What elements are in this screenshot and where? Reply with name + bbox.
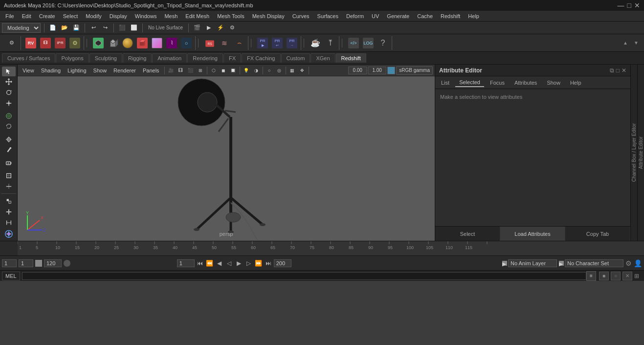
- multicut-tool[interactable]: [2, 182, 16, 191]
- scale-tool[interactable]: [2, 98, 16, 108]
- char-set-options-icon[interactable]: ⚙: [625, 259, 632, 267]
- coord-y-field[interactable]: 1.00: [368, 67, 386, 74]
- tab-fx-caching[interactable]: FX Caching: [242, 53, 280, 63]
- maximize-button[interactable]: □: [627, 1, 631, 9]
- tab-rigging[interactable]: Rigging: [123, 53, 152, 63]
- shelf-poly-btn[interactable]: [91, 36, 105, 50]
- char-set-field[interactable]: No Character Set: [565, 259, 623, 267]
- menu-redshift[interactable]: Redshift: [437, 12, 464, 20]
- render-view-icon[interactable]: ▶: [204, 23, 214, 33]
- script-icon2[interactable]: ○: [611, 272, 621, 280]
- snap-tool[interactable]: [2, 135, 16, 144]
- anim-layer-arrow[interactable]: ▶: [502, 261, 507, 266]
- tab-polygons[interactable]: Polygons: [56, 53, 89, 63]
- shelf-cup-btn[interactable]: ☕: [309, 36, 322, 50]
- shelf-redcube-btn[interactable]: [135, 36, 149, 50]
- copy-tab-button[interactable]: Copy Tab: [565, 227, 630, 241]
- attr-tab-list[interactable]: List: [437, 79, 453, 87]
- vp-film-icon[interactable]: 🎞: [177, 66, 185, 75]
- menu-surfaces[interactable]: Surfaces: [314, 12, 342, 20]
- vp-shadow-icon[interactable]: ◑: [252, 66, 261, 75]
- frame-slider[interactable]: [35, 260, 42, 267]
- shelf-mat3-btn[interactable]: ⌢: [232, 36, 246, 50]
- shelf-help-btn[interactable]: ?: [376, 36, 390, 50]
- menu-curves[interactable]: Curves: [289, 12, 313, 20]
- vp-pan-icon[interactable]: ✥: [298, 66, 307, 75]
- script-icon3[interactable]: ✕: [622, 272, 632, 280]
- vp-grid-icon[interactable]: ⊞: [196, 66, 205, 75]
- play-fwd-btn[interactable]: ▶: [235, 259, 244, 268]
- menu-deform[interactable]: Deform: [343, 12, 367, 20]
- vp-select-icon[interactable]: ⬛: [186, 66, 195, 75]
- close-button[interactable]: ✕: [634, 1, 640, 9]
- current-frame-field[interactable]: 1: [19, 259, 33, 267]
- dimension-tool[interactable]: [2, 218, 16, 228]
- menu-edit[interactable]: Edit: [19, 12, 35, 20]
- open-scene-icon[interactable]: 📂: [60, 23, 69, 33]
- select-by-hierarchy-icon[interactable]: ⬛: [117, 23, 127, 33]
- shelf-bump-btn[interactable]: ⌇: [165, 36, 178, 50]
- attr-tab-help[interactable]: Help: [566, 79, 585, 87]
- select-button[interactable]: Select: [435, 227, 500, 241]
- render-settings-icon[interactable]: 🎬: [192, 23, 202, 33]
- vp-menu-show[interactable]: Show: [90, 67, 110, 74]
- plus-minus-tool[interactable]: [2, 207, 16, 217]
- minimize-button[interactable]: —: [618, 1, 624, 9]
- menu-mesh[interactable]: Mesh: [161, 12, 181, 20]
- shelf-blend-btn[interactable]: [150, 36, 164, 50]
- vp-menu-lighting[interactable]: Lighting: [65, 67, 89, 74]
- timeline-ruler[interactable]: 1 5 10 15 20 25 30 35 40 45 50: [18, 241, 644, 255]
- shelf-pr2-btn[interactable]: PR↩: [270, 36, 284, 50]
- shelf-gear-btn[interactable]: ⚙: [68, 36, 82, 50]
- shelf-arrow-btn[interactable]: ⤒: [323, 36, 337, 50]
- channel-box-sidebar[interactable]: Channel Box / Layer Editor: [630, 65, 637, 241]
- menu-help[interactable]: Help: [465, 12, 483, 20]
- attr-tab-focus[interactable]: Focus: [486, 79, 509, 87]
- load-attributes-button[interactable]: Load Attributes: [500, 227, 565, 241]
- menu-file[interactable]: File: [2, 12, 18, 20]
- shelf-ipr-btn[interactable]: IPR: [53, 36, 67, 50]
- shelf-mat2-btn[interactable]: ≋: [218, 36, 231, 50]
- shelf-env-btn[interactable]: ○: [179, 36, 193, 50]
- redo-icon[interactable]: ↪: [100, 23, 110, 33]
- char-set-arrow[interactable]: ▶: [559, 261, 564, 266]
- shelf-cube-btn[interactable]: [106, 36, 120, 50]
- go-to-start-btn[interactable]: ⏮: [196, 259, 204, 268]
- shelf-sphere-btn[interactable]: [121, 36, 134, 50]
- shelf-pr1-btn[interactable]: PR▶: [256, 36, 269, 50]
- script-icon1[interactable]: ■: [599, 272, 609, 280]
- vp-menu-view[interactable]: View: [20, 67, 37, 74]
- anim-options-icon[interactable]: 👤: [634, 259, 642, 267]
- mode-dropdown[interactable]: Modeling: [2, 23, 41, 33]
- compass-tool[interactable]: [2, 229, 16, 239]
- srgb-button[interactable]: sRGB gamma: [396, 66, 433, 75]
- paint-tool[interactable]: [2, 145, 16, 155]
- vp-isolate-icon[interactable]: ◎: [275, 66, 284, 75]
- mel-label[interactable]: MEL: [2, 272, 20, 280]
- menu-modify[interactable]: Modify: [82, 12, 105, 20]
- shelf-rv-btn[interactable]: RV: [24, 36, 38, 50]
- menu-cache[interactable]: Cache: [414, 12, 436, 20]
- menu-mesh-tools[interactable]: Mesh Tools: [214, 12, 247, 20]
- go-to-end-btn[interactable]: ⏭: [264, 259, 273, 268]
- next-frame-btn[interactable]: ▷: [244, 259, 253, 268]
- vp-camera-icon[interactable]: 🎥: [167, 66, 176, 75]
- shelf-film-btn[interactable]: 🎞: [39, 36, 52, 50]
- menu-windows[interactable]: Windows: [132, 12, 160, 20]
- tab-custom[interactable]: Custom: [281, 53, 311, 63]
- playback-end-input[interactable]: [274, 259, 291, 267]
- vp-texture-icon[interactable]: 🔲: [229, 66, 238, 75]
- vp-menu-renderer[interactable]: Renderer: [111, 67, 139, 74]
- menu-create[interactable]: Create: [36, 12, 59, 20]
- vp-light-icon[interactable]: 💡: [242, 66, 251, 75]
- attr-close-icon[interactable]: ✕: [622, 67, 626, 74]
- tab-xgen[interactable]: XGen: [311, 53, 335, 63]
- shelf-down-icon[interactable]: ▼: [631, 38, 641, 48]
- menu-uv[interactable]: UV: [368, 12, 382, 20]
- vp-menu-panels[interactable]: Panels: [140, 67, 162, 74]
- lasso-tool[interactable]: [2, 122, 16, 132]
- menu-edit-mesh[interactable]: Edit Mesh: [182, 12, 213, 20]
- shelf-mat1-btn[interactable]: RS: [203, 36, 217, 50]
- tab-sculpting[interactable]: Sculpting: [89, 53, 122, 63]
- tab-curves-surfaces[interactable]: Curves / Surfaces: [2, 53, 55, 63]
